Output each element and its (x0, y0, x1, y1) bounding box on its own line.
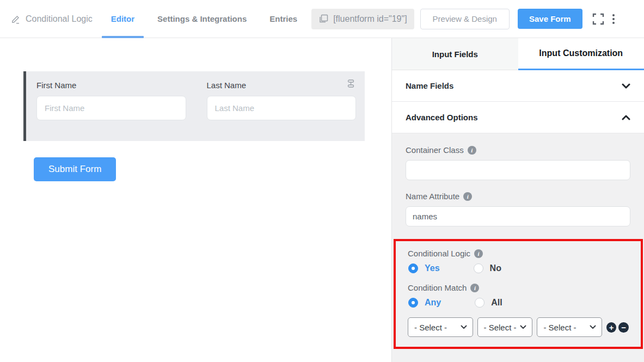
remove-condition-icon[interactable]: − (618, 322, 629, 333)
radio-any[interactable]: Any (408, 298, 441, 308)
condition-field-select[interactable]: - Select - (408, 317, 473, 337)
field-options-icon[interactable] (347, 79, 355, 88)
copy-icon (318, 14, 329, 24)
main-nav-tabs: Editor Settings & Integrations Entries (111, 0, 297, 38)
accordion-advanced-options[interactable]: Advanced Options (392, 102, 644, 133)
chevron-down-icon (461, 325, 467, 329)
chevron-up-icon (622, 115, 630, 120)
info-icon[interactable]: i (470, 284, 479, 292)
conditional-logic-label: Conditional Logic (408, 249, 470, 258)
advanced-options-body: Container Class i Name Attribute i Condi… (392, 133, 644, 362)
add-condition-icon[interactable]: + (606, 322, 617, 333)
condition-rule-row: - Select - - Select - - Select - (408, 317, 629, 337)
tab-editor[interactable]: Editor (111, 0, 134, 38)
chevron-down-icon (622, 83, 630, 89)
radio-no[interactable]: No (474, 263, 501, 273)
first-name-input[interactable] (36, 96, 186, 120)
chevron-down-icon (520, 325, 526, 329)
condition-value-select[interactable]: - Select - (537, 317, 602, 337)
accordion-name-fields[interactable]: Name Fields (392, 70, 644, 102)
condition-match-label: Condition Match (408, 283, 467, 292)
radio-unchecked-icon (474, 263, 483, 273)
info-icon[interactable]: i (474, 249, 483, 258)
main-area: First Name Last Name Submit Form Input F… (0, 38, 644, 362)
radio-checked-icon (408, 263, 418, 273)
name-attribute-label: Name Attribute (406, 192, 459, 201)
last-name-label: Last Name (207, 81, 357, 90)
condition-operator-select[interactable]: - Select - (477, 317, 533, 337)
tab-settings-integrations[interactable]: Settings & Integrations (157, 0, 247, 38)
kebab-menu-icon[interactable] (612, 14, 615, 24)
shortcode-field[interactable]: [fluentform id="19"] (311, 9, 414, 29)
container-class-input[interactable] (406, 160, 630, 180)
conditional-logic-highlight: Conditional Logic i Yes No Condition Mat… (394, 239, 643, 349)
tab-input-fields[interactable]: Input Fields (392, 38, 518, 70)
name-attribute-input[interactable] (406, 206, 630, 226)
first-name-field: First Name (36, 81, 186, 120)
last-name-field: Last Name (207, 81, 357, 120)
preview-design-button[interactable]: Preview & Design (420, 9, 510, 29)
form-title-text: Conditional Logic (26, 14, 93, 24)
form-canvas: First Name Last Name Submit Form (0, 38, 391, 362)
info-icon[interactable]: i (463, 192, 472, 201)
container-class-label: Container Class (406, 145, 464, 155)
panel-tabs: Input Fields Input Customization (392, 38, 644, 70)
conditional-logic-radio-group: Yes No (408, 263, 629, 273)
name-fields-block[interactable]: First Name Last Name (23, 71, 365, 141)
tab-input-customization[interactable]: Input Customization (518, 38, 644, 70)
fullscreen-icon[interactable] (592, 13, 605, 26)
radio-checked-icon (408, 298, 418, 308)
info-icon[interactable]: i (468, 146, 476, 155)
active-tab-underline (102, 36, 144, 38)
form-title: Conditional Logic (11, 14, 93, 24)
top-toolbar: Conditional Logic Editor Settings & Inte… (0, 0, 644, 38)
settings-panel: Input Fields Input Customization Name Fi… (391, 38, 644, 362)
submit-form-button[interactable]: Submit Form (34, 157, 116, 181)
last-name-input[interactable] (207, 96, 357, 120)
tab-entries[interactable]: Entries (269, 0, 297, 38)
shortcode-text: [fluentform id="19"] (333, 14, 407, 24)
radio-all[interactable]: All (475, 298, 502, 308)
condition-match-radio-group: Any All (408, 298, 629, 308)
radio-unchecked-icon (475, 298, 484, 308)
first-name-label: First Name (36, 81, 186, 90)
save-form-button[interactable]: Save Form (518, 9, 582, 29)
pencil-icon[interactable] (11, 14, 21, 24)
radio-yes[interactable]: Yes (408, 263, 440, 273)
chevron-down-icon (590, 325, 596, 329)
